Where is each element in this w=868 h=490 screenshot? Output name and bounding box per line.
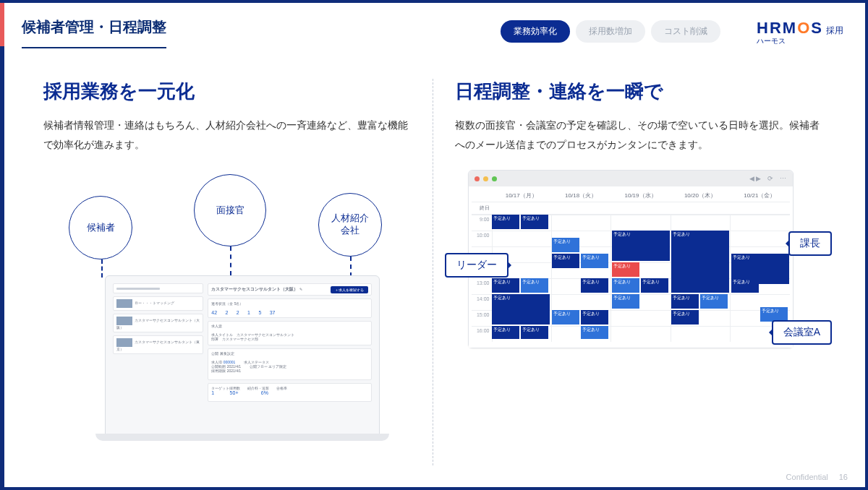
cal-event: 予定あり <box>612 294 639 309</box>
duplicate-button[interactable]: ＋求人を複製する <box>331 286 368 293</box>
day-label: 10/20（木） <box>671 189 730 202</box>
logo-o: O <box>797 19 811 37</box>
browser-chrome: ◀ ▶ ⟳ ⋯ <box>469 171 793 186</box>
section-label: 求人票 <box>211 324 222 328</box>
list-item: カスタマーサクセスコンサルタント（大阪） <box>113 314 203 332</box>
cal-event: 予定あり <box>492 326 519 339</box>
confidential-label: Confidential <box>786 473 828 481</box>
cal-event: 予定あり <box>760 307 788 322</box>
cal-event: 予定あり <box>671 231 729 293</box>
day-label: 10/18（火） <box>551 189 610 202</box>
cal-event: 予定あり <box>581 278 608 293</box>
cal-event: 予定あり <box>581 254 608 268</box>
cal-event: 予定あり <box>641 278 668 293</box>
day-label: 10/21（金） <box>730 189 789 202</box>
dash-line <box>350 257 352 277</box>
dash-line <box>101 259 103 278</box>
hour-label: 14:00 <box>472 295 492 310</box>
laptop-mock: ロー・・・トマッチング カスタマーサクセスコンサルタント（大阪） カスタマーサク… <box>105 275 380 434</box>
slide: 候補者管理・日程調整 業務効率化 採用数増加 コスト削減 HRMOS採用 ハーモ… <box>0 0 868 490</box>
field-value: カスタマーサクセス部 <box>222 337 258 341</box>
circle-interviewer: 面接官 <box>194 174 266 246</box>
cal-event: 予定あり <box>521 326 548 339</box>
left-column: 採用業務を一元化 候補者情報管理・連絡はもちろん、人材紹介会社への一斉連絡など、… <box>43 79 433 465</box>
field-label: 合格率 <box>276 386 287 390</box>
calendar: 10/17（月） 10/18（火） 10/19（水） 10/20（木） 10/2… <box>469 186 793 348</box>
day-label: 10/17（月） <box>492 189 551 202</box>
minimize-dot-icon <box>483 176 488 181</box>
logo-kana: ハーモス <box>757 36 843 46</box>
cal-event: 予定あり <box>492 294 550 324</box>
tab-row: 業務効率化 採用数増加 コスト削減 <box>501 20 720 43</box>
tab-cost-reduction[interactable]: コスト削減 <box>651 20 720 43</box>
stat-value: 2 <box>225 310 228 315</box>
hour-label: 9:00 <box>472 215 492 231</box>
stats-section: 選考状況（全 5名） <box>211 301 243 306</box>
stat-value: 42 <box>211 310 217 315</box>
cal-event: 予定あり <box>552 310 579 324</box>
list-item-label: ロー・・・トマッチング <box>135 301 174 306</box>
body: 採用業務を一元化 候補者情報管理・連絡はもちろん、人材紹介会社への一斉連絡など、… <box>43 79 822 465</box>
cal-event: 予定あり <box>581 326 608 339</box>
cal-event: 予定あり <box>521 215 548 229</box>
logo-s: S <box>811 19 823 37</box>
calendar-browser: ◀ ▶ ⟳ ⋯ 10/17（月） 10/18（火） 10/19（水） 10/20… <box>468 170 793 348</box>
cal-event: 予定あり <box>671 294 699 309</box>
list-item: カスタマーサクセスコンサルタント（東京） <box>113 335 203 354</box>
field-label: 公開フロー <box>250 364 268 369</box>
close-dot-icon <box>475 176 480 181</box>
tab-efficiency[interactable]: 業務効率化 <box>501 20 570 43</box>
cal-event: 予定あり <box>612 278 639 293</box>
cal-event: 予定あり <box>552 238 579 252</box>
stat-value: 2 <box>237 310 239 315</box>
cal-event: 予定あり <box>492 215 519 229</box>
cal-event: 予定あり <box>731 278 759 293</box>
stat-value: 1 <box>247 310 250 315</box>
field-value: 50+ <box>230 390 239 395</box>
cal-event: 予定あり <box>700 294 728 309</box>
hour-label: 16:00 <box>472 327 492 342</box>
slide-title: 候補者管理・日程調整 <box>22 17 166 48</box>
field-label: 採用期限 <box>211 369 226 373</box>
circle-agency: 人材紹介 会社 <box>318 193 382 257</box>
cal-event: 予定あり <box>581 310 608 324</box>
footer: Confidential 16 <box>786 473 848 481</box>
day-label: 10/19（水） <box>610 189 670 202</box>
cal-event: 予定あり <box>521 278 548 293</box>
calendar-header: 10/17（月） 10/18（火） 10/19（水） 10/20（木） 10/2… <box>472 189 790 202</box>
field-value: 2021/4/1 <box>227 369 241 373</box>
right-diagram: ◀ ▶ ⟳ ⋯ 10/17（月） 10/18（火） 10/19（水） 10/20… <box>455 170 822 408</box>
accent-blue <box>0 46 4 487</box>
stat-value: 5 <box>258 310 261 315</box>
job-title: カスタマーサクセスコンサルタント（大阪） <box>211 287 298 291</box>
field-label: 部署 <box>211 337 218 341</box>
logo-sub: 採用 <box>826 25 843 35</box>
hour-label: 10:00 <box>472 231 492 246</box>
cal-event: 予定あり <box>612 231 670 261</box>
callout-leader: リーダー <box>445 253 509 278</box>
cal-event: 予定あり <box>671 310 699 324</box>
right-heading: 日程調整・連絡を一瞬で <box>455 79 822 104</box>
right-column: 日程調整・連絡を一瞬で 複数の面接官・会議室の予定を確認し、その場で空いている日… <box>433 79 822 465</box>
list-item: ロー・・・トマッチング <box>113 296 203 311</box>
page-number: 16 <box>839 473 848 481</box>
allday-label: 終日 <box>472 202 492 214</box>
field-value: 1 <box>211 390 214 395</box>
hour-label: 13:00 <box>472 279 492 294</box>
callout-manager: 課長 <box>788 231 832 256</box>
right-description: 複数の面接官・会議室の予定を確認し、その場で空いている日時を選択。候補者へのメー… <box>455 116 822 154</box>
field-value: 6% <box>261 390 268 395</box>
field-value: エリア限定 <box>268 364 286 369</box>
cal-event: 予定あり <box>612 262 639 277</box>
stat-value: 37 <box>270 310 276 315</box>
tab-hiring-increase[interactable]: 採用数増加 <box>576 20 645 43</box>
hour-label: 15:00 <box>472 311 492 326</box>
dash-line <box>230 246 231 275</box>
left-diagram: 候補者 面接官 人材紹介 会社 ロー・・・トマッチング カスタマーサクセスコンサ… <box>43 174 411 413</box>
brand-logo: HRMOS採用 ハーモス <box>757 19 843 46</box>
cal-event: 予定あり <box>552 254 579 268</box>
zoom-dot-icon <box>492 176 497 181</box>
accent-red <box>0 3 4 46</box>
section-label: 公開 募集設定 <box>211 351 234 356</box>
logo-text-1: HRM <box>757 19 797 37</box>
